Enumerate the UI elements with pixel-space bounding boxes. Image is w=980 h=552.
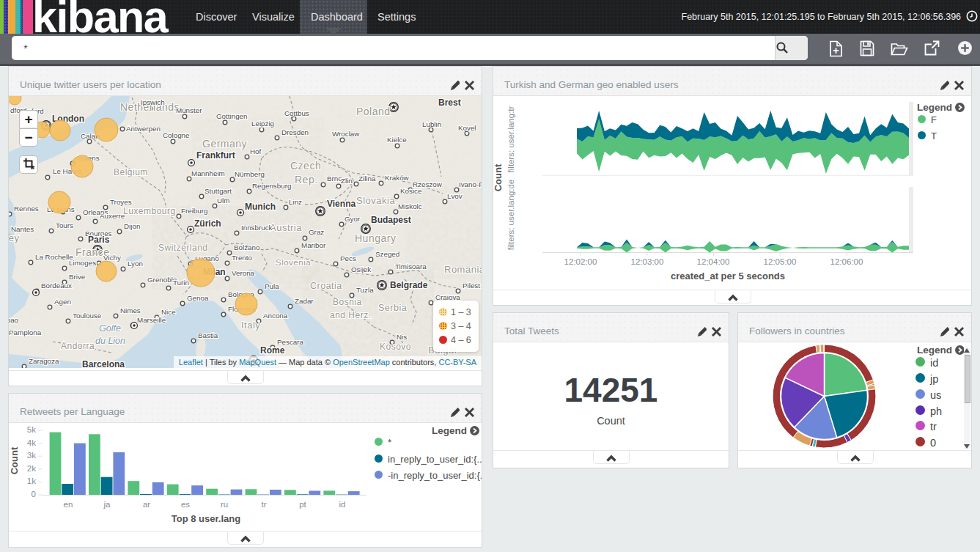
- svg-text:Tuzla: Tuzla: [356, 286, 374, 294]
- svg-text:Lvov: Lvov: [447, 192, 463, 200]
- svg-text:Slovenia: Slovenia: [276, 258, 311, 267]
- svg-text:Kielce: Kielce: [387, 136, 407, 144]
- svg-text:Nürnberg: Nürnberg: [235, 170, 265, 178]
- svg-text:Timisoara: Timisoara: [395, 262, 427, 271]
- svg-text:Germany: Germany: [202, 138, 247, 150]
- svg-text:Frankfurt: Frankfurt: [196, 150, 235, 161]
- svg-text:Romania: Romania: [444, 264, 482, 275]
- svg-text:Bosnia: Bosnia: [333, 297, 362, 307]
- svg-text:Hof: Hof: [250, 147, 262, 155]
- svg-text:Bolzano: Bolzano: [234, 243, 260, 251]
- svg-text:Limoges: Limoges: [69, 259, 96, 267]
- svg-text:Ancona: Ancona: [263, 312, 288, 320]
- svg-text:Pecs: Pecs: [340, 254, 356, 262]
- svg-text:Graz: Graz: [309, 228, 324, 236]
- svg-text:Belgium: Belgium: [114, 167, 148, 177]
- svg-text:Paris: Paris: [88, 235, 110, 245]
- svg-text:Linz: Linz: [289, 198, 302, 206]
- svg-text:Slovakia: Slovakia: [356, 195, 395, 206]
- svg-text:Poland: Poland: [356, 106, 391, 117]
- svg-text:Nice: Nice: [161, 308, 176, 316]
- svg-text:Kosovo: Kosovo: [380, 342, 411, 352]
- svg-text:Ibao: Ibao: [9, 316, 19, 324]
- svg-text:Andorra: Andorra: [61, 341, 95, 351]
- svg-text:Rome: Rome: [260, 345, 285, 356]
- svg-text:Lublin: Lublin: [422, 120, 441, 128]
- svg-text:Kovel: Kovel: [458, 124, 476, 132]
- svg-text:Gottingen: Gottingen: [216, 112, 247, 120]
- svg-text:Munich: Munich: [245, 202, 276, 212]
- svg-text:Leipzig: Leipzig: [251, 119, 274, 128]
- svg-text:Lyon: Lyon: [128, 260, 143, 268]
- svg-text:Serbia: Serbia: [378, 303, 407, 313]
- svg-text:Rennes: Rennes: [14, 205, 39, 213]
- svg-text:Switzerland: Switzerland: [158, 243, 208, 253]
- svg-text:Hungary: Hungary: [355, 232, 396, 244]
- svg-text:Wroclaw: Wroclaw: [332, 130, 360, 138]
- svg-text:Nis: Nis: [397, 333, 407, 341]
- svg-text:Zürich: Zürich: [194, 218, 221, 229]
- svg-text:Ulm: Ulm: [217, 196, 229, 205]
- svg-text:Mannheim: Mannheim: [191, 169, 225, 177]
- svg-text:Budapest: Budapest: [371, 215, 411, 225]
- svg-text:Pilest: Pilest: [463, 281, 480, 290]
- svg-text:Nantes: Nantes: [11, 225, 34, 233]
- svg-text:Toulouse: Toulouse: [73, 312, 102, 320]
- svg-text:Marseille: Marseille: [137, 316, 166, 324]
- svg-text:Austria: Austria: [270, 222, 302, 233]
- svg-text:Stuttgart: Stuttgart: [205, 187, 232, 195]
- svg-text:Innsbruck: Innsbruck: [241, 224, 273, 232]
- svg-text:Genoa: Genoa: [187, 294, 209, 302]
- svg-text:Ivano-F: Ivano-F: [459, 180, 482, 188]
- svg-text:Trento: Trento: [232, 254, 253, 262]
- svg-text:Troyes: Troyes: [110, 198, 132, 206]
- svg-text:Vichy: Vichy: [103, 254, 121, 262]
- svg-text:Rep.: Rep.: [295, 174, 318, 185]
- svg-text:du Lion: du Lion: [95, 336, 125, 346]
- svg-text:Vienna: Vienna: [327, 199, 355, 209]
- svg-text:Maribor: Maribor: [301, 241, 326, 249]
- svg-text:Antwerpen: Antwerpen: [126, 125, 161, 133]
- svg-text:Zlin: Zlin: [341, 177, 353, 185]
- svg-text:Cologne: Cologne: [163, 131, 190, 139]
- svg-text:Freiburg: Freiburg: [181, 207, 207, 215]
- svg-text:Pula: Pula: [265, 282, 279, 290]
- svg-text:Nimes: Nimes: [120, 306, 141, 314]
- svg-text:Kraków: Kraków: [385, 174, 410, 182]
- svg-text:Auxerre: Auxerre: [100, 212, 125, 220]
- svg-text:La Rochelle: La Rochelle: [35, 253, 73, 261]
- svg-text:and Herz.: and Herz.: [330, 310, 372, 320]
- svg-text:Bastia: Bastia: [198, 331, 218, 339]
- svg-text:Luxembourg: Luxembourg: [123, 206, 176, 216]
- svg-text:Osijek: Osijek: [351, 265, 371, 273]
- svg-text:Dijon: Dijon: [124, 222, 140, 230]
- svg-text:Bordeaux: Bordeaux: [41, 281, 72, 290]
- svg-text:Zilina: Zilina: [358, 174, 376, 183]
- svg-text:Zadar: Zadar: [295, 297, 314, 305]
- svg-text:Verona: Verona: [232, 269, 255, 277]
- svg-text:Brive: Brive: [69, 273, 86, 281]
- svg-text:Zaragoza: Zaragoza: [29, 357, 59, 365]
- svg-text:Cottbus: Cottbus: [284, 109, 309, 117]
- svg-text:Tours: Tours: [56, 221, 73, 229]
- svg-text:Italy: Italy: [241, 320, 260, 331]
- svg-text:Brest: Brest: [438, 97, 461, 108]
- svg-text:rsey: rsey: [9, 232, 20, 243]
- svg-text:Barcelona: Barcelona: [82, 359, 125, 368]
- svg-text:Belgrade: Belgrade: [390, 280, 428, 290]
- svg-text:Agen: Agen: [54, 298, 71, 306]
- svg-text:Pamplona: Pamplona: [9, 328, 42, 336]
- svg-text:Münster: Münster: [176, 106, 202, 114]
- svg-text:Gyor: Gyor: [345, 215, 361, 223]
- svg-text:Szeged: Szeged: [375, 250, 399, 258]
- svg-text:Ipswich: Ipswich: [141, 98, 165, 106]
- svg-text:Regensburg: Regensburg: [252, 182, 291, 190]
- svg-text:Croatia: Croatia: [310, 281, 342, 291]
- svg-text:Czech: Czech: [290, 160, 321, 172]
- svg-text:Miskolc: Miskolc: [398, 202, 422, 210]
- svg-text:Turin: Turin: [173, 279, 189, 287]
- svg-text:Kosice: Kosice: [400, 187, 422, 195]
- svg-text:Dresden: Dresden: [281, 128, 309, 136]
- svg-text:Golfe: Golfe: [99, 323, 121, 334]
